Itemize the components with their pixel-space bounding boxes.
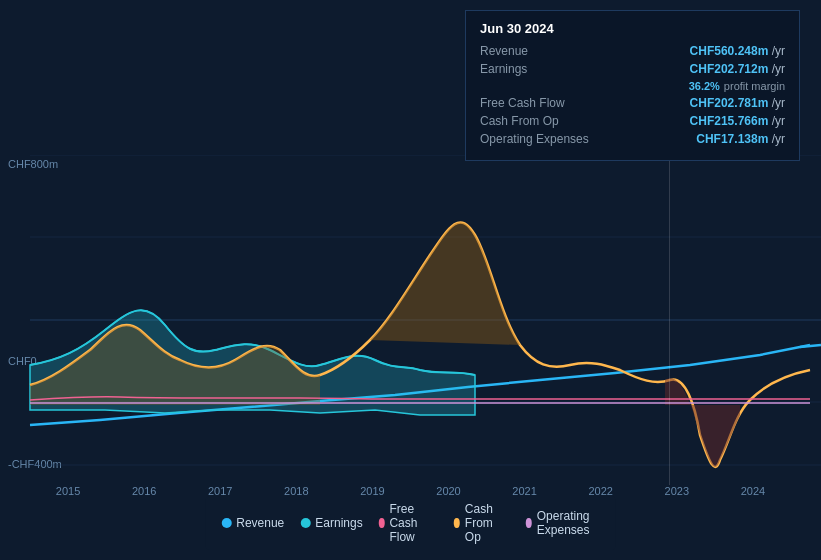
tooltip-row-opex: Operating Expenses CHF17.138m /yr: [480, 132, 785, 146]
legend-dot-earnings: [300, 518, 310, 528]
legend-label-earnings: Earnings: [315, 516, 362, 530]
tooltip-value-opex: CHF17.138m /yr: [696, 132, 785, 146]
legend-item-earnings[interactable]: Earnings: [300, 516, 362, 530]
x-label-2016: 2016: [132, 485, 156, 497]
legend-dot-fcf: [379, 518, 385, 528]
tooltip: Jun 30 2024 Revenue CHF560.248m /yr Earn…: [465, 10, 800, 161]
tooltip-label-revenue: Revenue: [480, 44, 600, 58]
legend-dot-revenue: [221, 518, 231, 528]
chart-svg-area: [0, 155, 821, 485]
tooltip-label-cashfromop: Cash From Op: [480, 114, 600, 128]
hover-line: [669, 155, 670, 485]
legend-label-cashfromop: Cash From Op: [465, 502, 510, 544]
tooltip-row-fcf: Free Cash Flow CHF202.781m /yr: [480, 96, 785, 110]
legend: Revenue Earnings Free Cash Flow Cash Fro…: [205, 496, 616, 550]
tooltip-label-fcf: Free Cash Flow: [480, 96, 600, 110]
chart-svg: [0, 155, 821, 485]
tooltip-row-cashfromop: Cash From Op CHF215.766m /yr: [480, 114, 785, 128]
legend-label-revenue: Revenue: [236, 516, 284, 530]
tooltip-margin-row: 36.2% profit margin: [480, 80, 785, 92]
tooltip-row-revenue: Revenue CHF560.248m /yr: [480, 44, 785, 58]
legend-item-revenue[interactable]: Revenue: [221, 516, 284, 530]
margin-label: profit margin: [724, 80, 785, 92]
margin-pct: 36.2%: [689, 80, 720, 92]
legend-item-opex[interactable]: Operating Expenses: [526, 509, 600, 537]
tooltip-label-opex: Operating Expenses: [480, 132, 600, 146]
x-label-2015: 2015: [56, 485, 80, 497]
tooltip-value-earnings: CHF202.712m /yr: [690, 62, 785, 76]
x-label-2024: 2024: [741, 485, 765, 497]
tooltip-value-revenue: CHF560.248m /yr: [690, 44, 785, 58]
legend-label-fcf: Free Cash Flow: [389, 502, 438, 544]
tooltip-value-cashfromop: CHF215.766m /yr: [690, 114, 785, 128]
chart-container: Jun 30 2024 Revenue CHF560.248m /yr Earn…: [0, 0, 821, 560]
tooltip-row-earnings: Earnings CHF202.712m /yr: [480, 62, 785, 76]
legend-item-fcf[interactable]: Free Cash Flow: [379, 502, 438, 544]
legend-dot-opex: [526, 518, 532, 528]
tooltip-label-earnings: Earnings: [480, 62, 600, 76]
tooltip-date: Jun 30 2024: [480, 21, 785, 36]
legend-label-opex: Operating Expenses: [537, 509, 600, 537]
tooltip-value-fcf: CHF202.781m /yr: [690, 96, 785, 110]
x-label-2023: 2023: [665, 485, 689, 497]
legend-dot-cashfromop: [454, 518, 460, 528]
legend-item-cashfromop[interactable]: Cash From Op: [454, 502, 510, 544]
